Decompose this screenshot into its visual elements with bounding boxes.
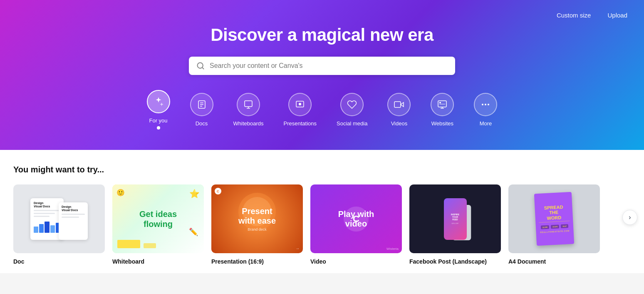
more-label: More <box>480 120 492 127</box>
wb-pencil: ✏️ <box>189 227 198 237</box>
svg-point-17 <box>485 104 486 105</box>
svg-point-16 <box>482 104 483 105</box>
doc-card[interactable]: DesignVisual Docs DesignVisual Docs <box>13 184 105 265</box>
search-bar <box>189 57 455 75</box>
facebook-post-thumb: INSPIREYOURFEED 60% OFF <box>409 184 501 253</box>
videos-icon-circle <box>387 93 411 116</box>
presentations-icon-circle <box>288 93 312 116</box>
category-item-websites[interactable]: Websites <box>431 93 454 127</box>
doc-thumb: DesignVisual Docs DesignVisual Docs <box>13 184 105 253</box>
svg-line-1 <box>202 67 204 69</box>
docs-label: Docs <box>196 120 208 127</box>
scroll-right-button[interactable]: › <box>622 210 637 225</box>
whiteboard-thumb: ⭐ 🙂 Get ideasflowing ✏️ <box>112 184 204 253</box>
whiteboards-label: Whiteboards <box>233 120 264 127</box>
a4-paper-text-big: SPREADTHEWORD <box>544 204 564 221</box>
category-item-whiteboards[interactable]: Whiteboards <box>233 93 264 127</box>
category-item-docs[interactable]: Docs <box>190 93 213 127</box>
svg-rect-15 <box>439 104 445 105</box>
svg-marker-11 <box>401 102 404 107</box>
svg-point-18 <box>488 104 489 105</box>
video-thumb: C Play withvideo Wisteria <box>310 184 402 253</box>
hero-banner: Custom size Upload Discover a magical ne… <box>0 0 644 150</box>
presentation-thumb-sub: Brand deck <box>248 227 267 232</box>
for-you-icon <box>147 90 170 113</box>
a4-document-thumb: SPREADTHEWORD 10,000 12,570 16.57 REALLY… <box>508 184 600 253</box>
svg-rect-12 <box>394 102 401 107</box>
video-card-label: Video <box>310 258 402 265</box>
facebook-post-card-label: Facebook Post (Landscape) <box>409 258 501 265</box>
content-section: You might want to try... DesignVisual Do… <box>0 150 644 273</box>
wb-yellow-rect <box>117 240 140 248</box>
whiteboard-card-label: Whiteboard <box>112 258 204 265</box>
websites-icon-circle <box>431 93 454 116</box>
a4-document-card-label: A4 Document <box>508 258 600 265</box>
category-nav: For you Docs Wh <box>147 90 498 130</box>
websites-label: Websites <box>431 120 453 127</box>
category-item-social-media[interactable]: Social media <box>337 93 367 127</box>
svg-rect-6 <box>245 101 252 107</box>
section-title: You might want to try... <box>13 165 631 174</box>
video-card[interactable]: C Play withvideo Wisteria Video <box>310 184 402 265</box>
whiteboard-thumb-text: Get ideasflowing <box>139 209 177 229</box>
a4-paper: SPREADTHEWORD 10,000 12,570 16.57 REALLY… <box>534 192 574 246</box>
hero-title: Discover a magical new era <box>211 25 433 45</box>
videos-label: Videos <box>391 120 408 127</box>
presentation-card[interactable]: C Presentwith ease Brand deck → Presenta… <box>211 184 303 265</box>
docs-icon-circle <box>190 93 213 116</box>
whiteboards-icon-circle <box>237 93 260 116</box>
presentation-thumb-text: Presentwith ease <box>238 207 276 226</box>
category-item-videos[interactable]: Videos <box>387 93 411 127</box>
presentation-canva-logo: C <box>215 188 221 194</box>
category-item-more[interactable]: More <box>474 93 497 127</box>
search-icon <box>196 62 205 70</box>
presentation-card-label: Presentation (16:9) <box>211 258 303 265</box>
wb-smiley-sticker: 🙂 <box>116 189 125 197</box>
social-media-label: Social media <box>337 120 367 127</box>
category-item-presentations[interactable]: Presentations <box>284 93 317 127</box>
whiteboard-card[interactable]: ⭐ 🙂 Get ideasflowing ✏️ Whiteboard <box>112 184 204 265</box>
upload-button[interactable]: Upload <box>604 10 631 20</box>
more-icon-circle <box>474 93 497 116</box>
a4-document-card[interactable]: SPREADTHEWORD 10,000 12,570 16.57 REALLY… <box>508 184 600 265</box>
facebook-post-card[interactable]: INSPIREYOURFEED 60% OFF Facebook Post (L… <box>409 184 501 265</box>
fb-phone: INSPIREYOURFEED 60% OFF <box>444 198 467 240</box>
doc-mock-back: DesignVisual Docs <box>59 202 88 240</box>
doc-card-label: Doc <box>13 258 105 265</box>
category-item-for-you[interactable]: For you <box>147 90 170 130</box>
social-media-icon-circle <box>340 93 364 116</box>
video-thumb-text: Play withvideo <box>338 209 374 229</box>
search-input[interactable] <box>210 62 448 70</box>
presentations-label: Presentations <box>284 120 317 127</box>
presentation-thumb: C Presentwith ease Brand deck → <box>211 184 303 253</box>
svg-rect-14 <box>439 102 441 103</box>
custom-size-button[interactable]: Custom size <box>553 10 594 20</box>
a4-paper-url: REALLYGREATSITE.COM <box>540 229 570 234</box>
hero-actions: Custom size Upload <box>553 10 631 20</box>
wb-star-sticker: ⭐ <box>189 189 200 199</box>
fb-phone-screen-text: INSPIREYOURFEED <box>451 213 459 221</box>
cards-row: DesignVisual Docs DesignVisual Docs <box>13 184 631 265</box>
for-you-label: For you <box>149 117 167 124</box>
